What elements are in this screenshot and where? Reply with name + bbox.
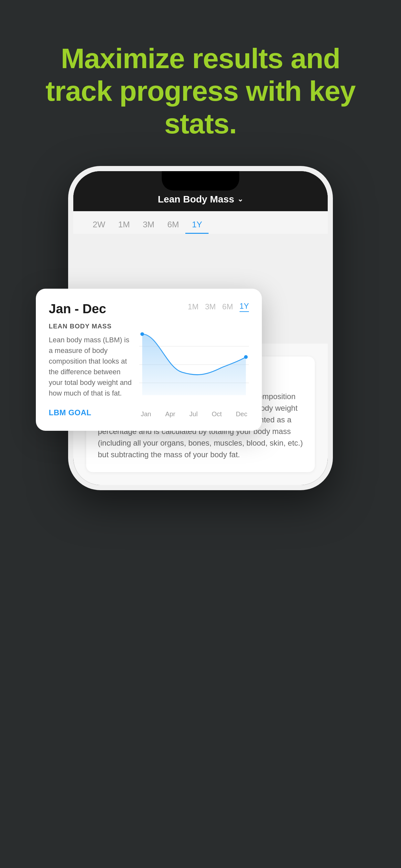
lbm-goal-link[interactable]: LBM GOAL — [49, 408, 133, 417]
chart-label-jan: Jan — [141, 410, 151, 418]
tab-1m[interactable]: 1M — [112, 216, 136, 234]
phone-tab-bar: 2W 1M 3M 6M 1Y — [73, 211, 328, 234]
card-tabs: 1M 3M 6M 1Y — [188, 302, 249, 312]
card-tab-6m[interactable]: 6M — [222, 302, 233, 311]
tab-2w[interactable]: 2W — [86, 216, 112, 234]
chart-label-oct: Oct — [212, 410, 222, 418]
floating-info-card: Jan - Dec 1M 3M 6M 1Y LEAN BODY MASS Lea… — [36, 289, 262, 431]
svg-point-4 — [141, 332, 144, 336]
card-tab-1m[interactable]: 1M — [188, 302, 198, 311]
card-date-range: Jan - Dec — [49, 302, 106, 316]
card-header: Jan - Dec 1M 3M 6M 1Y — [49, 302, 249, 316]
chart-x-labels: Jan Apr Jul Oct Dec — [139, 410, 249, 418]
tab-1y[interactable]: 1Y — [185, 216, 209, 234]
chevron-down-icon: ⌄ — [237, 195, 243, 204]
page-headline: Maximize results and track progress with… — [0, 0, 401, 159]
card-tab-3m[interactable]: 3M — [205, 302, 216, 311]
lean-body-mass-chart — [139, 322, 249, 407]
phone-mockup: Lean Body Mass ⌄ 2W 1M 3M 6M 1Y — [68, 166, 333, 490]
screen-title: Lean Body Mass ⌄ — [158, 194, 243, 205]
chart-label-jul: Jul — [189, 410, 198, 418]
card-section-title: LEAN BODY MASS — [49, 322, 133, 330]
phone-notch — [162, 171, 239, 190]
card-description: Lean body mass (LBM) is a measure of bod… — [49, 335, 133, 399]
chart-label-dec: Dec — [236, 410, 247, 418]
screen-title-text: Lean Body Mass — [158, 194, 235, 205]
chart-label-apr: Apr — [165, 410, 175, 418]
svg-point-5 — [244, 355, 248, 359]
tab-6m[interactable]: 6M — [161, 216, 185, 234]
tab-3m[interactable]: 3M — [136, 216, 161, 234]
card-tab-1y[interactable]: 1Y — [240, 302, 249, 312]
